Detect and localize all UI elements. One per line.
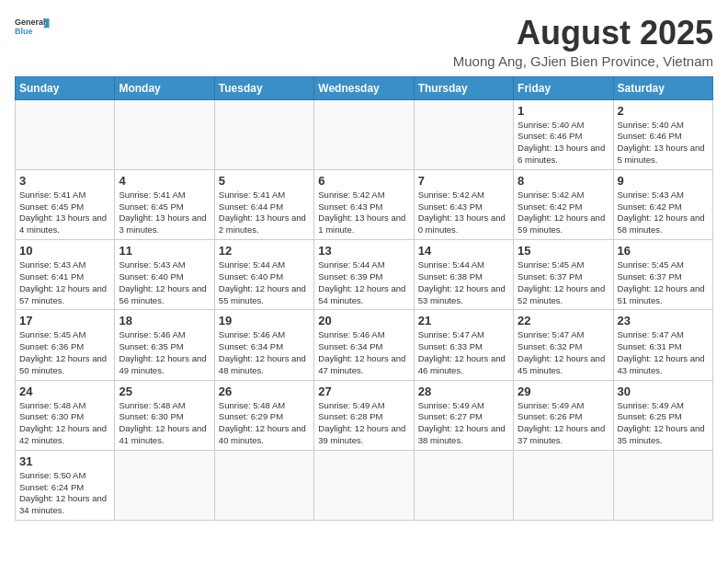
calendar-cell: 30Sunrise: 5:49 AM Sunset: 6:25 PM Dayli… bbox=[613, 380, 712, 450]
day-number: 17 bbox=[19, 314, 110, 327]
calendar-cell: 26Sunrise: 5:48 AM Sunset: 6:29 PM Dayli… bbox=[214, 380, 313, 450]
calendar-cell: 21Sunrise: 5:47 AM Sunset: 6:33 PM Dayli… bbox=[414, 310, 513, 380]
calendar-cell: 19Sunrise: 5:46 AM Sunset: 6:34 PM Dayli… bbox=[214, 310, 313, 380]
day-header-thursday: Thursday bbox=[414, 76, 513, 99]
calendar-cell: 12Sunrise: 5:44 AM Sunset: 6:40 PM Dayli… bbox=[214, 240, 313, 310]
day-info: Sunrise: 5:41 AM Sunset: 6:45 PM Dayligh… bbox=[19, 190, 110, 236]
calendar-cell: 2Sunrise: 5:40 AM Sunset: 6:46 PM Daylig… bbox=[613, 99, 712, 169]
day-info: Sunrise: 5:44 AM Sunset: 6:38 PM Dayligh… bbox=[418, 259, 509, 306]
day-header-wednesday: Wednesday bbox=[314, 76, 414, 99]
calendar-cell: 29Sunrise: 5:49 AM Sunset: 6:26 PM Dayli… bbox=[514, 380, 613, 450]
day-number: 23 bbox=[618, 314, 709, 327]
calendar-cell: 27Sunrise: 5:49 AM Sunset: 6:28 PM Dayli… bbox=[314, 380, 414, 450]
calendar-cell: 6Sunrise: 5:42 AM Sunset: 6:43 PM Daylig… bbox=[314, 169, 414, 239]
svg-text:General: General bbox=[15, 17, 46, 27]
title-area: August 2025 Muong Ang, GJien Bien Provin… bbox=[453, 15, 713, 69]
day-number: 16 bbox=[618, 244, 709, 258]
day-number: 14 bbox=[418, 244, 509, 258]
calendar-cell: 28Sunrise: 5:49 AM Sunset: 6:27 PM Dayli… bbox=[414, 380, 513, 450]
day-number: 25 bbox=[119, 385, 210, 398]
calendar-cell: 16Sunrise: 5:45 AM Sunset: 6:37 PM Dayli… bbox=[613, 240, 712, 310]
day-info: Sunrise: 5:49 AM Sunset: 6:25 PM Dayligh… bbox=[618, 400, 709, 447]
day-info: Sunrise: 5:45 AM Sunset: 6:37 PM Dayligh… bbox=[618, 259, 709, 306]
day-number: 30 bbox=[618, 385, 709, 398]
day-info: Sunrise: 5:48 AM Sunset: 6:30 PM Dayligh… bbox=[119, 400, 210, 447]
day-info: Sunrise: 5:43 AM Sunset: 6:41 PM Dayligh… bbox=[19, 259, 110, 306]
calendar-cell bbox=[514, 450, 613, 520]
day-number: 4 bbox=[119, 174, 210, 188]
calendar-cell bbox=[314, 450, 414, 520]
day-header-friday: Friday bbox=[514, 76, 613, 99]
day-number: 18 bbox=[119, 314, 210, 327]
day-info: Sunrise: 5:49 AM Sunset: 6:28 PM Dayligh… bbox=[318, 400, 409, 447]
calendar-cell: 14Sunrise: 5:44 AM Sunset: 6:38 PM Dayli… bbox=[414, 240, 513, 310]
calendar-cell: 31Sunrise: 5:50 AM Sunset: 6:24 PM Dayli… bbox=[16, 450, 115, 520]
calendar-cell bbox=[314, 99, 414, 169]
day-number: 3 bbox=[19, 174, 110, 188]
day-info: Sunrise: 5:40 AM Sunset: 6:46 PM Dayligh… bbox=[518, 120, 609, 167]
day-number: 19 bbox=[219, 314, 310, 327]
day-info: Sunrise: 5:44 AM Sunset: 6:39 PM Dayligh… bbox=[318, 259, 409, 306]
day-info: Sunrise: 5:47 AM Sunset: 6:32 PM Dayligh… bbox=[518, 329, 609, 376]
day-number: 13 bbox=[318, 244, 409, 258]
calendar-cell: 10Sunrise: 5:43 AM Sunset: 6:41 PM Dayli… bbox=[16, 240, 115, 310]
day-number: 12 bbox=[219, 244, 310, 258]
day-number: 26 bbox=[219, 385, 310, 398]
calendar-cell: 11Sunrise: 5:43 AM Sunset: 6:40 PM Dayli… bbox=[115, 240, 214, 310]
day-number: 9 bbox=[618, 174, 709, 188]
day-header-tuesday: Tuesday bbox=[214, 76, 313, 99]
day-number: 20 bbox=[318, 314, 409, 327]
calendar-cell: 9Sunrise: 5:43 AM Sunset: 6:42 PM Daylig… bbox=[613, 169, 712, 239]
day-info: Sunrise: 5:47 AM Sunset: 6:33 PM Dayligh… bbox=[418, 329, 509, 376]
day-info: Sunrise: 5:49 AM Sunset: 6:26 PM Dayligh… bbox=[518, 400, 609, 447]
day-info: Sunrise: 5:46 AM Sunset: 6:34 PM Dayligh… bbox=[318, 329, 409, 376]
day-number: 5 bbox=[219, 174, 310, 188]
day-info: Sunrise: 5:48 AM Sunset: 6:29 PM Dayligh… bbox=[219, 400, 310, 447]
svg-text:Blue: Blue bbox=[15, 27, 33, 36]
day-info: Sunrise: 5:42 AM Sunset: 6:43 PM Dayligh… bbox=[318, 190, 409, 236]
day-number: 22 bbox=[518, 314, 609, 327]
day-info: Sunrise: 5:43 AM Sunset: 6:40 PM Dayligh… bbox=[119, 259, 210, 306]
location-subtitle: Muong Ang, GJien Bien Province, Vietnam bbox=[453, 53, 713, 69]
calendar-cell: 1Sunrise: 5:40 AM Sunset: 6:46 PM Daylig… bbox=[514, 99, 613, 169]
calendar-cell: 5Sunrise: 5:41 AM Sunset: 6:44 PM Daylig… bbox=[214, 169, 313, 239]
day-info: Sunrise: 5:43 AM Sunset: 6:42 PM Dayligh… bbox=[618, 190, 709, 236]
day-info: Sunrise: 5:49 AM Sunset: 6:27 PM Dayligh… bbox=[418, 400, 509, 447]
day-number: 7 bbox=[418, 174, 509, 188]
day-header-monday: Monday bbox=[115, 76, 214, 99]
generalblue-logo-icon: General Blue bbox=[15, 15, 51, 40]
day-info: Sunrise: 5:41 AM Sunset: 6:44 PM Dayligh… bbox=[219, 190, 310, 236]
calendar-cell: 22Sunrise: 5:47 AM Sunset: 6:32 PM Dayli… bbox=[514, 310, 613, 380]
day-number: 11 bbox=[119, 244, 210, 258]
calendar-cell: 3Sunrise: 5:41 AM Sunset: 6:45 PM Daylig… bbox=[16, 169, 115, 239]
calendar-cell: 20Sunrise: 5:46 AM Sunset: 6:34 PM Dayli… bbox=[314, 310, 414, 380]
calendar-cell bbox=[115, 450, 214, 520]
calendar-cell: 18Sunrise: 5:46 AM Sunset: 6:35 PM Dayli… bbox=[115, 310, 214, 380]
calendar-cell: 4Sunrise: 5:41 AM Sunset: 6:45 PM Daylig… bbox=[115, 169, 214, 239]
day-number: 27 bbox=[318, 385, 409, 398]
day-info: Sunrise: 5:45 AM Sunset: 6:37 PM Dayligh… bbox=[518, 259, 609, 306]
logo: General Blue bbox=[15, 15, 51, 40]
calendar-cell bbox=[414, 99, 513, 169]
page-header: General Blue August 2025 Muong Ang, GJie… bbox=[15, 15, 713, 69]
day-header-saturday: Saturday bbox=[613, 76, 712, 99]
day-number: 1 bbox=[518, 104, 609, 118]
calendar-header: SundayMondayTuesdayWednesdayThursdayFrid… bbox=[16, 76, 713, 99]
calendar-cell: 15Sunrise: 5:45 AM Sunset: 6:37 PM Dayli… bbox=[514, 240, 613, 310]
day-number: 28 bbox=[418, 385, 509, 398]
month-year-title: August 2025 bbox=[453, 15, 713, 52]
day-number: 21 bbox=[418, 314, 509, 327]
day-info: Sunrise: 5:41 AM Sunset: 6:45 PM Dayligh… bbox=[119, 190, 210, 236]
day-info: Sunrise: 5:40 AM Sunset: 6:46 PM Dayligh… bbox=[618, 120, 709, 167]
day-info: Sunrise: 5:46 AM Sunset: 6:34 PM Dayligh… bbox=[219, 329, 310, 376]
calendar-cell bbox=[115, 99, 214, 169]
day-info: Sunrise: 5:44 AM Sunset: 6:40 PM Dayligh… bbox=[219, 259, 310, 306]
calendar-cell bbox=[613, 450, 712, 520]
day-number: 24 bbox=[19, 385, 110, 398]
day-number: 6 bbox=[318, 174, 409, 188]
day-header-sunday: Sunday bbox=[16, 76, 115, 99]
calendar-cell: 17Sunrise: 5:45 AM Sunset: 6:36 PM Dayli… bbox=[16, 310, 115, 380]
calendar-cell: 24Sunrise: 5:48 AM Sunset: 6:30 PM Dayli… bbox=[16, 380, 115, 450]
calendar-cell: 25Sunrise: 5:48 AM Sunset: 6:30 PM Dayli… bbox=[115, 380, 214, 450]
day-number: 10 bbox=[19, 244, 110, 258]
